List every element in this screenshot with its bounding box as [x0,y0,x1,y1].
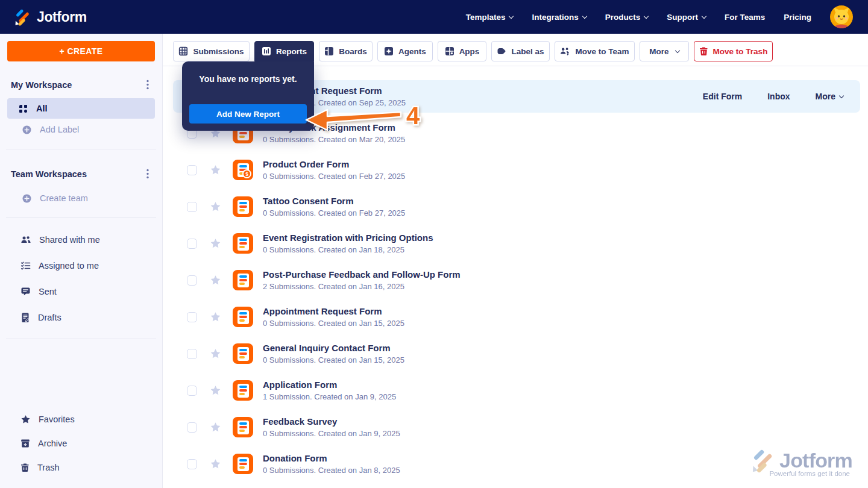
chevron-down-icon [675,48,679,53]
kebab-menu-icon[interactable] [145,78,150,91]
favorite-star-icon[interactable] [210,275,221,286]
my-workspace-header: My Workspace [0,69,162,98]
sidebar-item-label: Trash [37,463,60,472]
jotform-logo[interactable]: Jotform [13,8,87,26]
toolbar-button-label-as[interactable]: Label as [491,41,550,61]
sidebar-item-assigned-to-me[interactable]: Assigned to me [0,252,162,278]
form-title[interactable]: Event Registration with Pricing Options [263,233,433,243]
nav-item-templates[interactable]: Templates [466,13,514,22]
form-row-appointment-request-form[interactable]: Appointment Request Form 0 Submissions. … [173,301,860,333]
sidebar-item-all[interactable]: All [7,98,155,119]
nav-item-products[interactable]: Products [605,13,649,22]
favorite-star-icon[interactable] [210,385,221,396]
toolbar-button-agents[interactable]: Agents [377,41,433,61]
svg-text:4: 4 [406,102,420,129]
sidebar-item-create-team[interactable]: Create team [0,187,162,209]
divider [6,217,156,218]
form-text: Application Form 1 Submission. Created o… [263,380,396,402]
toolbar-button-apps[interactable]: Apps [438,41,486,61]
nav-item-pricing[interactable]: Pricing [784,13,811,22]
form-title[interactable]: Feedback Survey [263,416,400,427]
sidebar-item-add-label[interactable]: Add Label [0,119,162,140]
sidebar-item-sent[interactable]: Sent [0,278,162,304]
form-title[interactable]: Tattoo Consent Form [263,196,405,207]
annotation-step-number: 4 [399,101,427,133]
toolbar-button-more[interactable]: More [640,41,689,61]
row-checkbox[interactable] [187,312,197,322]
favorite-star-icon[interactable] [210,238,221,249]
sidebar-item-label: Assigned to me [39,261,99,271]
favorite-star-icon[interactable] [210,458,221,470]
watermark-logo: Jotform [750,448,852,473]
toolbar-button-move-to-team[interactable]: Move to Team [555,41,635,61]
archive-icon [20,439,30,448]
form-title[interactable]: Appointment Request Form [263,306,404,317]
row-checkbox[interactable] [187,165,197,175]
sidebar-item-label: Archive [38,439,67,448]
toolbar-button-move-to-trash[interactable]: Move to Trash [694,41,773,61]
form-title[interactable]: Application Form [263,380,396,390]
tag-icon [497,46,506,56]
sidebar-item-drafts[interactable]: Drafts [0,304,162,330]
nav-item-label: Support [667,13,698,22]
form-row-post-purchase-feedback-and-follow-up-form[interactable]: Post-Purchase Feedback and Follow-Up For… [173,264,860,296]
sidebar-item-archive[interactable]: Archive [0,431,162,455]
form-icon [233,270,253,290]
form-title[interactable]: Donation Form [263,453,400,464]
sidebar-item-label: Favorites [39,414,75,424]
favorite-star-icon[interactable] [210,201,221,213]
form-icon-document [237,421,249,434]
form-title[interactable]: Post-Purchase Feedback and Follow-Up For… [263,269,461,280]
nav-item-support[interactable]: Support [667,13,706,22]
sidebar-item-favorites[interactable]: Favorites [0,407,162,431]
favorite-star-icon[interactable] [210,348,221,360]
form-title[interactable]: General Inquiry Contact Form [263,343,404,354]
toolbar-button-submissions[interactable]: Submissions [173,41,250,61]
toolbar-button-boards[interactable]: Boards [319,41,373,61]
form-icon-document [237,200,249,214]
favorite-star-icon[interactable] [210,311,221,323]
toolbar-button-label: Move to Trash [713,47,768,56]
row-checkbox[interactable] [187,202,197,212]
row-checkbox[interactable] [187,422,197,433]
toolbar-button-reports[interactable]: Reports [254,41,314,61]
row-checkbox[interactable] [187,386,197,396]
nav-item-integrations[interactable]: Integrations [532,13,586,22]
row-action-more[interactable]: More [816,92,843,101]
avatar[interactable] [829,5,854,29]
form-row-event-registration-with-pricing-options[interactable]: Event Registration with Pricing Options … [173,227,860,260]
favorite-star-icon[interactable] [210,422,221,433]
form-text: Event Registration with Pricing Options … [263,233,433,255]
row-checkbox[interactable] [187,459,197,469]
form-row-product-order-form[interactable]: Product Order Form 0 Submissions. Create… [173,154,860,186]
sidebar-item-label: Add Label [40,125,79,134]
form-row-general-inquiry-contact-form[interactable]: General Inquiry Contact Form 0 Submissio… [173,337,860,370]
team-workspaces-title: Team Workspaces [11,169,87,179]
favorite-star-icon[interactable] [210,164,221,176]
form-meta: 0 Submissions. Created on Jan 9, 2025 [263,429,400,439]
sidebar-item-label: Drafts [38,313,61,322]
create-button[interactable]: + CREATE [7,41,155,61]
form-row-application-form[interactable]: Application Form 1 Submission. Created o… [173,374,860,407]
trash-icon [20,463,30,472]
row-checkbox[interactable] [187,239,197,249]
toolbar-button-label: Label as [511,47,544,56]
form-meta: 0 Submissions. Created on Feb 27, 2025 [263,172,405,181]
divider [6,149,156,149]
sidebar-item-shared-with-me[interactable]: Shared with me [0,227,162,252]
sidebar-item-trash[interactable]: Trash [0,455,162,480]
row-action-inbox[interactable]: Inbox [767,92,790,101]
row-action-edit-form[interactable]: Edit Form [703,92,742,101]
row-checkbox[interactable] [187,275,197,286]
form-text: Post-Purchase Feedback and Follow-Up For… [263,269,461,292]
nav-item-for-teams[interactable]: For Teams [725,13,765,22]
form-row-feedback-survey[interactable]: Feedback Survey 0 Submissions. Created o… [173,411,860,443]
nav-item-label: For Teams [725,13,765,22]
row-checkbox[interactable] [187,349,197,359]
kebab-menu-icon[interactable] [145,167,150,180]
toolbar-button-label: Apps [459,47,480,56]
form-title[interactable]: Product Order Form [263,159,405,170]
chevron-down-icon [839,93,844,98]
add-new-report-button[interactable]: Add New Report [189,104,307,124]
form-row-tattoo-consent-form[interactable]: Tattoo Consent Form 0 Submissions. Creat… [173,190,860,223]
